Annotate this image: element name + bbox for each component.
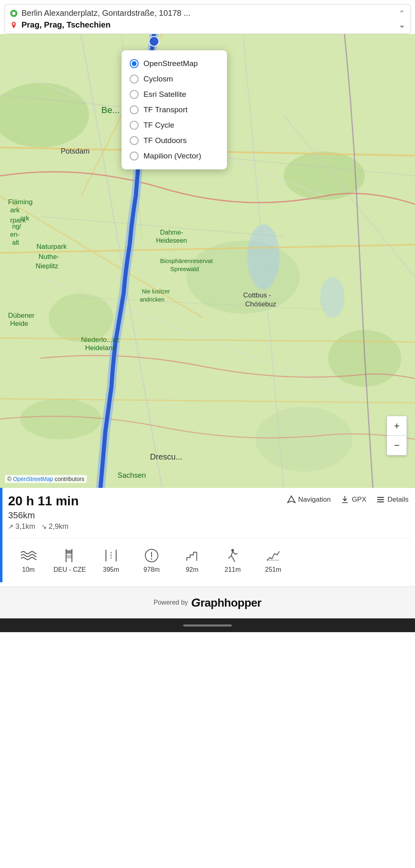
layer-label-mapilion: Mapilion (Vector) — [143, 152, 201, 160]
svg-text:alt: alt — [12, 239, 19, 246]
stairs-icon — [182, 547, 202, 564]
svg-point-0 — [12, 12, 15, 15]
svg-text:en-: en- — [10, 231, 19, 238]
radio-tf-cycle[interactable] — [130, 121, 139, 130]
route-distance: 356km — [8, 510, 79, 521]
svg-text:Chóśebuz: Chóśebuz — [245, 300, 276, 308]
layer-option-tf-cycle[interactable]: TF Cycle — [130, 118, 219, 133]
zoom-in-button[interactable]: + — [387, 416, 406, 436]
route-time-block: 20 h 11 min 356km ↗ 3,1km ↘ 2,9km — [8, 494, 79, 531]
route-elevation: ↗ 3,1km ↘ 2,9km — [8, 522, 79, 531]
svg-line-69 — [231, 552, 233, 556]
route-from[interactable]: Berlin Alexanderplatz, Gontardstraße, 10… — [10, 9, 405, 18]
svg-text:Naturpark: Naturpark — [36, 243, 67, 250]
stat-waypoints-value: 395m — [103, 566, 119, 573]
svg-point-67 — [151, 558, 152, 560]
layer-option-tf-outdoors[interactable]: TF Outdoors — [130, 133, 219, 148]
svg-text:Fläming: Fläming — [8, 198, 32, 206]
destination-text: Prag, Prag, Tschechien — [21, 20, 111, 30]
radio-tf-transport[interactable] — [130, 105, 139, 114]
elevation-chart-icon — [263, 547, 283, 564]
svg-text:rpark: rpark — [10, 216, 26, 224]
layer-label-esri: Esri Satellite — [143, 90, 186, 99]
stat-waypoints: 395m — [91, 544, 131, 577]
svg-point-10 — [320, 277, 344, 318]
svg-text:Nuthe-: Nuthe- — [39, 253, 59, 261]
elevation-down-value: 2,9km — [49, 522, 68, 530]
origin-icon — [10, 10, 17, 17]
svg-text:Heide: Heide — [10, 320, 28, 327]
svg-rect-60 — [66, 555, 72, 558]
radio-esri[interactable] — [130, 90, 139, 99]
layer-option-esri[interactable]: Esri Satellite — [130, 87, 219, 102]
water-waves-icon — [19, 547, 38, 564]
stat-walking: 211m — [212, 544, 253, 577]
attribution-link[interactable]: OpenStreetMap — [13, 476, 53, 482]
brand-logo: Graphhopper — [191, 596, 261, 609]
svg-text:Biosphärenreservat: Biosphärenreservat — [160, 257, 213, 264]
stat-water-value: 10m — [22, 566, 34, 573]
layer-label-osm: OpenStreetMap — [143, 59, 198, 68]
svg-point-7 — [20, 399, 101, 439]
gpx-download-icon — [340, 495, 349, 504]
powered-by-text: Powered by — [154, 599, 188, 606]
chevron-up-icon[interactable]: ⌃ — [399, 9, 405, 18]
attribution-suffix: contributors — [55, 476, 84, 482]
svg-text:Dahme-: Dahme- — [160, 229, 183, 236]
svg-line-70 — [229, 556, 231, 558]
route-stats: 10m DEU - CZE — [8, 538, 409, 577]
stat-border-value: DEU - CZE — [53, 566, 86, 573]
home-indicator — [0, 618, 415, 632]
svg-line-74 — [235, 554, 237, 554]
stat-stairs-value: 92m — [186, 566, 198, 573]
layer-selector-popup[interactable]: OpenStreetMap Cyclosm Esri Satellite TF … — [122, 50, 227, 169]
layer-label-tf-outdoors: TF Outdoors — [143, 136, 187, 145]
details-label: Details — [387, 496, 409, 504]
route-time: 20 h 11 min — [8, 494, 79, 509]
details-button[interactable]: Details — [376, 495, 409, 504]
gpx-button[interactable]: GPX — [340, 495, 366, 504]
home-bar — [183, 624, 232, 626]
stat-border: DEU - CZE — [49, 544, 91, 577]
layer-option-mapilion[interactable]: Mapilion (Vector) — [130, 148, 219, 164]
stat-warning: 978m — [131, 544, 172, 577]
gpx-label: GPX — [352, 496, 366, 504]
footer: Powered by Graphhopper — [0, 586, 415, 618]
route-to[interactable]: Prag, Prag, Tschechien ⌄ — [10, 20, 405, 30]
svg-text:Heideseen: Heideseen — [156, 237, 187, 244]
zoom-controls[interactable]: + − — [387, 416, 407, 455]
details-icon — [376, 495, 385, 504]
border-flag-icon — [60, 547, 79, 564]
layer-option-osm[interactable]: OpenStreetMap — [130, 56, 219, 71]
map-container[interactable]: Be... Potsdam ork ng/ en- alt Naturpark … — [0, 34, 415, 488]
svg-line-72 — [233, 559, 235, 562]
zoom-out-button[interactable]: − — [387, 436, 406, 455]
layer-label-cyclosm: Cyclosm — [143, 75, 173, 83]
navigation-button[interactable]: Navigation — [287, 495, 331, 504]
layer-option-cyclosm[interactable]: Cyclosm — [130, 71, 219, 87]
radio-tf-outdoors[interactable] — [130, 136, 139, 145]
stat-stairs: 92m — [172, 544, 212, 577]
elevation-up-value: 3,1km — [15, 522, 35, 530]
route-time-distance: 20 h 11 min 356km ↗ 3,1km ↘ 2,9km Naviga… — [8, 494, 409, 531]
svg-marker-54 — [288, 496, 295, 503]
svg-text:Be...: Be... — [101, 105, 120, 115]
origin-text: Berlin Alexanderplatz, Gontardstraße, 10… — [21, 9, 190, 18]
radio-osm[interactable] — [130, 59, 139, 68]
svg-point-4 — [186, 241, 300, 314]
radio-mapilion[interactable] — [130, 152, 139, 160]
elevation-up-arrow: ↗ — [8, 523, 13, 530]
navigation-label: Navigation — [298, 496, 331, 504]
svg-point-53 — [149, 36, 159, 46]
map-attribution: © OpenStreetMap contributors — [5, 475, 87, 483]
stat-walking-value: 211m — [225, 566, 241, 573]
radio-cyclosm[interactable] — [130, 75, 139, 83]
svg-text:Nieplitz: Nieplitz — [36, 262, 58, 270]
stat-water: 10m — [8, 544, 49, 577]
svg-point-8 — [255, 407, 353, 472]
route-header: Berlin Alexanderplatz, Gontardstraße, 10… — [4, 4, 411, 34]
svg-text:Heideland: Heideland — [85, 344, 116, 352]
walking-icon — [223, 547, 242, 564]
chevron-down-icon[interactable]: ⌄ — [399, 21, 405, 30]
layer-option-tf-transport[interactable]: TF Transport — [130, 102, 219, 118]
